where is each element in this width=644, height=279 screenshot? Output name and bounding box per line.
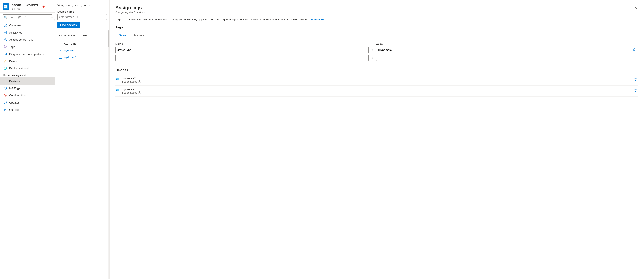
devices-section-title: Devices	[116, 68, 638, 72]
tags-icon	[3, 45, 7, 49]
sidebar-item-access-control[interactable]: Access control (IAM)	[0, 36, 54, 43]
pin-button[interactable]: 📌	[41, 5, 46, 10]
delete-device-button-mydevice1[interactable]	[633, 88, 638, 94]
sidebar-item-overview[interactable]: Overview	[0, 22, 54, 29]
svg-point-8	[4, 46, 5, 46]
collapse-button[interactable]: ‹	[50, 17, 54, 22]
tab-advanced[interactable]: Advanced	[130, 32, 150, 39]
tab-basic[interactable]: Basic	[116, 32, 130, 39]
devices-section: Devices mydevice2 1 to be added	[116, 68, 638, 97]
search-input[interactable]	[2, 14, 52, 20]
device-toolbar: + Add Device Re	[57, 32, 107, 40]
tags-col-headers: Name Value	[116, 42, 638, 47]
sidebar-item-overview-label: Overview	[9, 24, 21, 27]
tag-separator-1: :	[370, 48, 375, 52]
scrollbar[interactable]	[108, 30, 109, 279]
add-device-button[interactable]: + Add Device	[57, 33, 76, 38]
device-chip-icon-mydevice2	[116, 77, 120, 81]
brand-subtitle: IoT Hub	[12, 7, 38, 10]
panel-subtitle: Assign tags to 2 devices	[116, 11, 145, 14]
col-name-header: Name	[116, 42, 370, 46]
sidebar-item-tags-label: Tags	[9, 45, 15, 49]
svg-rect-19	[118, 79, 118, 80]
svg-point-7	[5, 39, 6, 40]
brand-resource: Devices	[24, 3, 38, 7]
sidebar-item-devices[interactable]: Devices	[0, 77, 54, 85]
svg-rect-20	[116, 79, 116, 79]
tag-row-1: :	[116, 47, 638, 53]
sidebar-item-iot-edge[interactable]: IoT Edge	[0, 85, 54, 92]
svg-rect-25	[116, 90, 116, 90]
device-id-input[interactable]	[57, 14, 107, 20]
tag-name-input-1[interactable]	[116, 47, 369, 53]
sidebar-item-configurations[interactable]: Configurations	[0, 92, 54, 99]
pricing-icon: $	[3, 66, 7, 70]
sidebar-item-pricing[interactable]: $ Pricing and scale	[0, 65, 54, 72]
diagnose-icon	[3, 52, 7, 56]
select-all-checkbox[interactable]	[59, 43, 62, 46]
device-link-mydevice1[interactable]: mydevice1	[64, 56, 77, 59]
sidebar-item-queries[interactable]: Queries	[0, 106, 54, 113]
assign-tags-panel: Assign tags Assign tags to 2 devices ✕ T…	[110, 0, 644, 279]
sidebar-item-diagnose[interactable]: Diagnose and solve problems	[0, 50, 54, 58]
table-row[interactable]: ✓ mydevice2	[57, 47, 107, 54]
delete-icon-1	[632, 48, 636, 52]
device-info-mydevice1: mydevice1 1 to be added i	[122, 88, 638, 94]
refresh-label: Re	[83, 34, 87, 37]
brand-title: basic	[12, 3, 21, 7]
panel-description: View, create, delete, and u	[57, 3, 107, 7]
info-text-content: Tags are name/value pairs that enable yo…	[116, 18, 309, 21]
svg-rect-6	[4, 31, 6, 34]
info-icon-mydevice1[interactable]: i	[138, 91, 141, 94]
scrollbar-thumb	[108, 30, 109, 47]
sidebar-item-access-control-label: Access control (IAM)	[9, 38, 34, 41]
info-icon-mydevice2[interactable]: i	[138, 80, 141, 83]
device-checkbox-mydevice2[interactable]: ✓	[59, 49, 62, 52]
refresh-icon	[80, 34, 82, 37]
delete-device-icon-mydevice2	[634, 78, 637, 81]
sidebar-header: basic | Devices IoT Hub 📌 ···	[0, 0, 54, 13]
tag-value-input-2[interactable]	[376, 55, 630, 61]
sidebar: basic | Devices IoT Hub 📌 ··· 🔍 ‹ Overvi…	[0, 0, 55, 279]
panel-title: Assign tags	[116, 5, 145, 11]
sidebar-item-diagnose-label: Diagnose and solve problems	[9, 53, 45, 56]
sidebar-item-configurations-label: Configurations	[9, 94, 27, 97]
sidebar-item-tags[interactable]: Tags	[0, 43, 54, 50]
updates-icon	[3, 101, 7, 104]
svg-rect-24	[118, 90, 118, 91]
device-link-mydevice2[interactable]: mydevice2	[64, 49, 77, 52]
svg-rect-23	[116, 90, 117, 91]
sidebar-item-events[interactable]: Events	[0, 58, 54, 65]
more-button[interactable]: ···	[48, 4, 52, 10]
device-name-mydevice2: mydevice2	[122, 77, 638, 80]
device-info-mydevice2: mydevice2 1 to be added i	[122, 77, 638, 83]
sidebar-item-activity-log[interactable]: Activity log	[0, 29, 54, 36]
sidebar-item-updates[interactable]: Updates	[0, 99, 54, 106]
svg-rect-13	[4, 81, 5, 81]
access-control-icon	[3, 38, 7, 42]
close-panel-button[interactable]: ✕	[633, 5, 638, 11]
refresh-button[interactable]: Re	[78, 33, 88, 38]
tag-name-input-2[interactable]	[116, 55, 369, 61]
table-row[interactable]: ✓ mydevice1	[57, 54, 107, 60]
svg-rect-2	[6, 5, 7, 7]
events-icon	[3, 59, 7, 63]
sidebar-item-activity-log-label: Activity log	[9, 31, 22, 34]
device-entry-mydevice1: mydevice1 1 to be added i	[116, 86, 638, 97]
brand-area: basic | Devices IoT Hub	[2, 3, 38, 10]
delete-device-button-mydevice2[interactable]	[633, 77, 638, 83]
device-tag-count-mydevice2: 1 to be added i	[122, 80, 638, 83]
sidebar-item-updates-label: Updates	[9, 101, 20, 104]
svg-rect-4	[6, 7, 7, 8]
sidebar-item-iot-edge-label: IoT Edge	[9, 87, 20, 90]
learn-more-link[interactable]: Learn more	[310, 18, 324, 21]
search-container: 🔍 ‹	[2, 14, 52, 20]
device-chip-icon-mydevice1	[116, 88, 120, 92]
tabs: Basic Advanced	[116, 32, 638, 39]
tag-value-input-1[interactable]	[376, 47, 630, 53]
find-devices-button[interactable]: Find devices	[57, 22, 80, 28]
svg-rect-1	[4, 5, 6, 7]
device-tag-count-mydevice1: 1 to be added i	[122, 91, 638, 94]
delete-tag-button-1[interactable]	[630, 47, 638, 52]
device-checkbox-mydevice1[interactable]: ✓	[59, 56, 62, 59]
